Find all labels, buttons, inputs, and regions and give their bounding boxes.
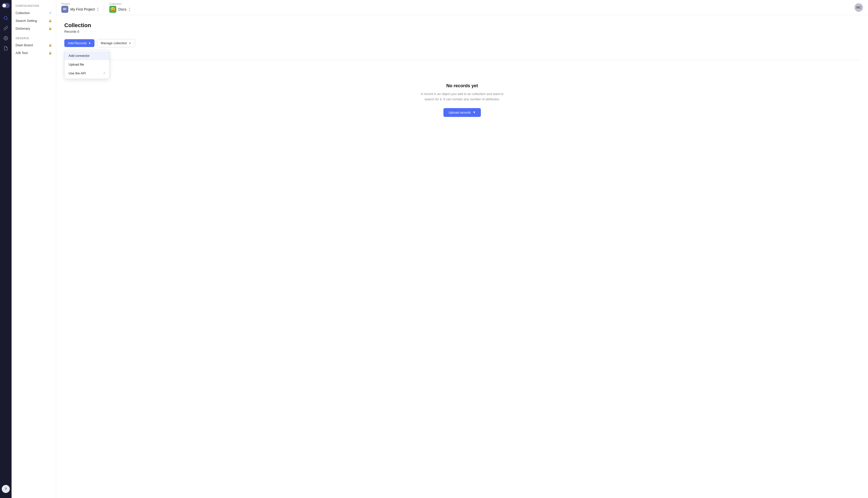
empty-state-title: No records yet <box>446 83 478 89</box>
sidebar-item-search-setting[interactable]: Search Setting 🔒 <box>12 17 56 25</box>
ab-test-label: A/B Test <box>16 51 28 55</box>
text-sidebar: CONFIGURATION Collection ✓ Search Settin… <box>12 0 56 498</box>
collection-selector-wrapper: Collection 😀 Docs ▲▼ <box>109 2 131 13</box>
tabs: Stats UI Demos Setting <box>64 53 860 60</box>
ab-test-lock-icon: 🔒 <box>49 51 52 54</box>
content-area: Collection Records 0 Add Records ▼ Manag… <box>56 15 868 498</box>
sidebar-item-collection[interactable]: Collection ✓ <box>12 9 56 17</box>
records-count: Records 0 <box>64 30 860 34</box>
project-name: My First Project <box>70 7 95 11</box>
external-link-icon: ↗ <box>103 71 105 75</box>
page-title: Collection <box>64 22 860 29</box>
upload-file-label: Upload file <box>69 63 84 66</box>
svg-line-1 <box>6 19 7 19</box>
collection-name: Docs <box>118 7 126 11</box>
svg-point-2 <box>5 38 6 39</box>
selector-separator <box>104 4 104 11</box>
document-icon[interactable] <box>2 44 10 52</box>
add-connector-label: Add connector <box>69 54 90 57</box>
top-bar: Project MF My First Project ▲▼ Collectio… <box>56 0 868 15</box>
empty-state: No records yet A record is an object you… <box>64 68 860 132</box>
collection-label: Collection <box>16 11 30 15</box>
manage-collection-label: Manage collection <box>101 41 127 45</box>
search-icon[interactable] <box>2 14 10 22</box>
settings-icon[interactable] <box>2 34 10 42</box>
collection-selector-label: Collection <box>109 2 131 5</box>
observe-section-label: OBSERVE <box>12 32 56 41</box>
use-api-item[interactable]: Use the API ↗ <box>65 69 109 78</box>
help-icon[interactable]: ? <box>2 485 10 493</box>
dashboard-lock-icon: 🔒 <box>49 43 52 47</box>
dictionary-label: Dictionary <box>16 27 30 30</box>
icon-sidebar: ? <box>0 0 12 498</box>
collection-check-icon: ✓ <box>49 11 52 15</box>
manage-collection-caret-icon: ▼ <box>128 42 131 45</box>
user-avatar[interactable]: MC <box>854 3 863 12</box>
project-avatar: MF <box>61 6 68 13</box>
toolbar: Add Records ▼ Manage collection ▼ Add co… <box>64 39 860 47</box>
upload-records-button[interactable]: Upload records ▼ <box>444 108 480 117</box>
use-api-label: Use the API <box>69 71 86 75</box>
project-selector-wrapper: Project MF My First Project ▲▼ <box>61 2 99 13</box>
collection-chevron-icon: ▲▼ <box>128 7 131 12</box>
sidebar-toggle[interactable] <box>2 3 10 8</box>
add-records-label: Add Records <box>68 41 87 45</box>
records-label: Records <box>64 30 76 34</box>
main-area: Project MF My First Project ▲▼ Collectio… <box>56 0 868 498</box>
svg-point-0 <box>4 16 7 19</box>
dashboard-label: Dash Board <box>16 43 33 47</box>
add-records-button[interactable]: Add Records ▼ <box>64 39 94 47</box>
add-records-dropdown: Add connector Upload file Use the API ↗ <box>64 50 110 79</box>
project-label: Project <box>61 2 99 5</box>
manage-collection-button[interactable]: Manage collection ▼ <box>97 39 135 47</box>
collection-avatar: 😀 <box>109 6 116 13</box>
upload-file-item[interactable]: Upload file <box>65 60 109 69</box>
upload-records-label: Upload records <box>448 110 471 114</box>
project-chevron-icon: ▲▼ <box>97 7 99 12</box>
add-records-caret-icon: ▼ <box>88 42 91 45</box>
dictionary-lock-icon: 🔒 <box>49 27 52 30</box>
sidebar-item-ab-test[interactable]: A/B Test 🔒 <box>12 49 56 57</box>
project-selector-button[interactable]: MF My First Project ▲▼ <box>61 6 99 13</box>
sidebar-item-dictionary[interactable]: Dictionary 🔒 <box>12 25 56 32</box>
config-section-label: CONFIGURATION <box>12 0 56 9</box>
empty-state-description: A record is an object you add to an coll… <box>417 92 507 102</box>
add-connector-item[interactable]: Add connector <box>65 51 109 60</box>
search-setting-lock-icon: 🔒 <box>49 19 52 22</box>
upload-records-caret-icon: ▼ <box>473 110 476 114</box>
connector-icon[interactable] <box>2 24 10 32</box>
collection-selector-button[interactable]: 😀 Docs ▲▼ <box>109 6 131 13</box>
sidebar-item-dashboard[interactable]: Dash Board 🔒 <box>12 41 56 49</box>
search-setting-label: Search Setting <box>16 19 37 23</box>
records-number: 0 <box>77 30 79 34</box>
